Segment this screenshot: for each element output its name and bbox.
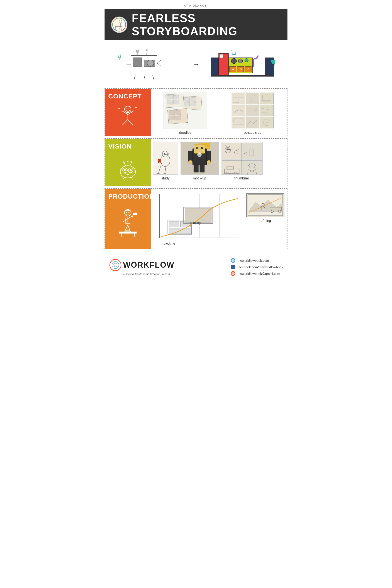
beat-cell-4 <box>232 105 245 116</box>
footer-logo: WORKFLOW A Practical Guide to the Creati… <box>109 258 174 276</box>
svg-rect-66 <box>169 116 175 120</box>
svg-rect-23 <box>136 50 138 52</box>
concept-images-row: doodles scene 1 <box>153 91 285 134</box>
svg-rect-62 <box>190 102 196 106</box>
production-label-text: PRODUCTION <box>108 193 154 200</box>
svg-point-0 <box>119 20 122 23</box>
svg-text:scene 1: scene 1 <box>233 101 239 103</box>
doodles-label: doodles <box>179 131 191 134</box>
svg-point-47 <box>128 108 129 109</box>
title-icon <box>111 16 128 33</box>
study-item: study <box>153 142 178 180</box>
facebook-link-text: facebook.com/theworkflowbook <box>238 265 283 269</box>
svg-point-143 <box>200 154 200 154</box>
svg-point-101 <box>125 170 126 170</box>
svg-point-114 <box>127 180 128 181</box>
doodles-item: doodles <box>153 92 218 134</box>
svg-rect-64 <box>169 110 175 115</box>
thumbnail-item: thumbnail <box>221 142 263 180</box>
svg-rect-145 <box>207 151 211 161</box>
svg-point-209 <box>110 259 121 271</box>
svg-point-121 <box>164 153 165 154</box>
beat-cell-6 <box>260 105 274 116</box>
production-figure-icon <box>108 202 148 246</box>
vision-images-row: study <box>153 141 285 185</box>
svg-rect-192 <box>124 230 130 232</box>
mockup-image <box>180 142 219 175</box>
svg-point-211 <box>114 263 117 267</box>
svg-point-141 <box>197 152 202 157</box>
vision-label-text: VISION <box>108 143 132 150</box>
production-section: PRODUCTION <box>104 188 288 249</box>
svg-rect-149 <box>200 165 204 172</box>
colorful-machine: A B C <box>206 47 281 82</box>
beat-cell-3 <box>260 93 274 104</box>
svg-rect-57 <box>173 100 179 104</box>
svg-line-15 <box>157 60 161 63</box>
beat-cell-1: scene 1 <box>232 93 245 104</box>
beat-cell-2 <box>246 93 259 104</box>
thumb-cell-4 <box>242 160 262 175</box>
svg-rect-65 <box>175 110 181 115</box>
footer-logo-main: WORKFLOW <box>109 258 174 272</box>
production-curve-svg <box>160 194 239 238</box>
beat-cell-7 <box>232 117 245 128</box>
beatboards-item: scene 1 <box>220 92 285 134</box>
production-label-box: PRODUCTION <box>105 189 151 249</box>
refining-item: refining <box>246 192 285 247</box>
mockup-item: mock-up <box>180 142 219 180</box>
svg-point-177 <box>126 212 128 213</box>
footer-tagline: A Practical Guide to the Creative Proces… <box>122 273 170 276</box>
svg-point-108 <box>131 161 132 163</box>
svg-rect-60 <box>190 97 196 102</box>
vision-creature-svg <box>114 153 142 182</box>
email-icon <box>231 271 236 276</box>
svg-rect-194 <box>169 221 179 227</box>
beatboards-grid: scene 1 <box>231 92 274 129</box>
svg-rect-80 <box>232 105 245 116</box>
svg-point-8 <box>112 18 126 31</box>
svg-line-24 <box>146 51 147 56</box>
svg-text:B: B <box>240 68 242 71</box>
thumbnail-grid <box>222 142 262 174</box>
svg-line-51 <box>122 120 128 125</box>
svg-point-104 <box>123 161 124 163</box>
svg-point-142 <box>198 154 199 154</box>
workflow-logo-icon <box>109 258 122 272</box>
page-title: FEARLESS STORYBOARDING <box>132 12 281 38</box>
svg-rect-148 <box>194 165 198 172</box>
thumbnail-label: thumbnail <box>234 176 249 180</box>
footer-link-email: theworkflowbook@gmail.com <box>231 271 283 276</box>
svg-point-152 <box>226 148 228 150</box>
study-label: study <box>161 176 170 180</box>
svg-rect-92 <box>246 117 259 128</box>
email-link-text: theworkflowbook@gmail.com <box>238 272 280 276</box>
svg-line-109 <box>123 177 124 180</box>
svg-rect-56 <box>167 100 172 104</box>
thumbnail-image <box>221 142 263 175</box>
footer-link-facebook: f facebook.com/theworkflowbook <box>231 264 283 270</box>
svg-line-3 <box>119 27 120 30</box>
vision-figure-icon <box>108 152 148 182</box>
chart-axes: blocking shaping <box>160 194 239 238</box>
svg-rect-39 <box>252 59 254 66</box>
svg-rect-55 <box>173 95 179 99</box>
beat-cell-5 <box>246 105 259 116</box>
svg-point-113 <box>124 180 125 180</box>
mockup-label: mock-up <box>193 176 206 180</box>
svg-marker-20 <box>118 51 121 58</box>
production-content: blocking shaping <box>151 189 287 249</box>
svg-line-19 <box>153 75 154 80</box>
svg-rect-84 <box>260 105 273 116</box>
svg-rect-5 <box>116 26 122 26</box>
messy-machine-svg <box>111 47 186 82</box>
facebook-icon: f <box>231 264 236 270</box>
svg-point-146 <box>189 160 192 164</box>
svg-rect-67 <box>175 116 181 120</box>
svg-rect-77 <box>260 93 273 104</box>
refining-sketch-svg <box>247 194 284 217</box>
person-at-desk-icon <box>112 18 126 32</box>
svg-point-112 <box>122 180 122 180</box>
svg-line-107 <box>130 162 132 166</box>
thumb-cell-1 <box>222 143 242 160</box>
